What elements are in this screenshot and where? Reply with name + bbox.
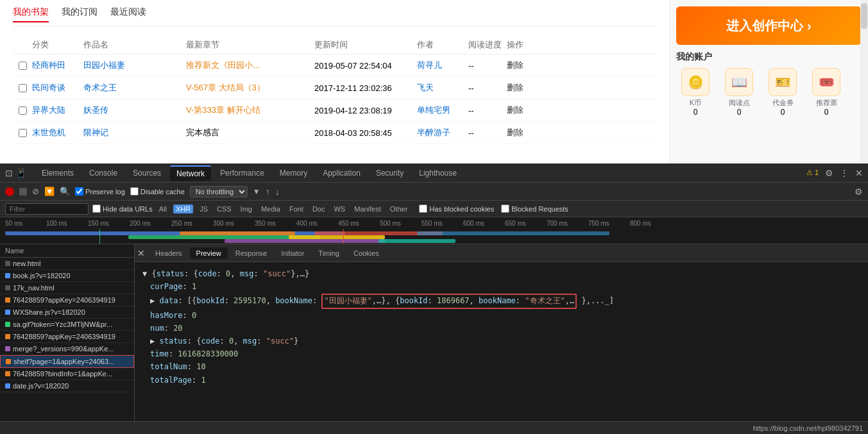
row-category-2[interactable]: 民间奇谈 — [32, 82, 83, 94]
row-category-4[interactable]: 末世危机 — [32, 127, 83, 138]
filter-type-font[interactable]: Font — [287, 204, 306, 213]
file-item-date-js[interactable]: date.js?v=182020 — [0, 380, 134, 392]
file-item-book-js[interactable]: book.js?v=182020 — [0, 270, 134, 282]
has-blocked-cookies-checkbox[interactable] — [419, 204, 427, 213]
devtools-icon-inspect[interactable]: ⊡ — [5, 168, 13, 178]
file-item-new-html[interactable]: new.html — [0, 258, 134, 270]
filter-type-img[interactable]: Img — [238, 204, 255, 213]
row-category-1[interactable]: 经商种田 — [32, 60, 83, 71]
file-item-17k-nav[interactable]: 17k_nav.html — [0, 282, 134, 294]
tab-console[interactable]: Console — [83, 166, 124, 180]
preview-tab-cookies[interactable]: Cookies — [347, 247, 386, 259]
upload-icon[interactable]: ↑ — [266, 187, 270, 197]
json-collapse-data[interactable]: ▶ — [150, 296, 155, 305]
network-settings-icon[interactable]: ⚙ — [855, 187, 863, 197]
tab-network[interactable]: Network — [170, 165, 211, 181]
tab-security[interactable]: Security — [370, 166, 410, 180]
blocked-requests-checkbox[interactable] — [501, 204, 509, 213]
filter-type-xhr[interactable]: XHR — [173, 204, 193, 213]
disable-cache-label[interactable]: Disable cache — [130, 187, 185, 196]
preview-tab-response[interactable]: Response — [229, 247, 274, 259]
hide-data-urls-checkbox[interactable] — [92, 204, 101, 213]
more-icon[interactable]: ⋮ — [840, 168, 849, 178]
tab-bookshelf[interactable]: 我的书架 — [13, 6, 49, 22]
filter-type-manifest[interactable]: Manifest — [352, 204, 384, 213]
account-icon-kcoin[interactable]: 🪙 K币 0 — [676, 68, 715, 117]
hide-data-urls-label[interactable]: Hide data URLs — [92, 204, 153, 213]
scroll-thumb[interactable] — [861, 3, 867, 29]
close-devtools-icon[interactable]: ✕ — [855, 168, 863, 178]
preview-tab-preview[interactable]: Preview — [190, 247, 228, 259]
filter-input[interactable] — [5, 203, 89, 215]
row-author-4[interactable]: 半醉游子 — [417, 127, 468, 138]
search-icon[interactable]: 🔍 — [60, 187, 70, 196]
tab-recent[interactable]: 最近阅读 — [110, 6, 146, 22]
settings-icon[interactable]: ⚙ — [825, 168, 833, 178]
row-latest-2[interactable]: V-567章 大结局（3） — [186, 82, 314, 94]
filter-type-doc[interactable]: Doc — [310, 204, 328, 213]
row-category-3[interactable]: 异界大陆 — [32, 104, 83, 116]
file-item-sa-gif[interactable]: sa.gif?token=Yzc3MTljNW&pr... — [0, 319, 134, 331]
row-title-2[interactable]: 奇术之王 — [83, 82, 186, 94]
json-collapse-status[interactable]: ▶ — [150, 337, 155, 346]
banner-create-center[interactable]: 进入创作中心 › — [676, 6, 862, 45]
account-icon-voucher[interactable]: 🎫 代金券 0 — [763, 68, 802, 117]
row-latest-3[interactable]: V-第333章 解开心结 — [186, 104, 314, 116]
devtools-icon-mobile[interactable]: 📱 — [15, 168, 26, 178]
file-item-shelf[interactable]: shelf?page=1&appKey=24063... — [0, 355, 134, 368]
row-checkbox-4[interactable] — [19, 129, 27, 137]
row-author-2[interactable]: 飞天 — [417, 82, 468, 94]
preserve-log-checkbox[interactable] — [75, 187, 83, 196]
tab-sources[interactable]: Sources — [126, 166, 167, 180]
json-collapse-1[interactable]: ▼ — [142, 269, 147, 278]
preview-close-icon[interactable]: ✕ — [137, 248, 145, 258]
preserve-log-label[interactable]: Preserve log — [75, 187, 125, 196]
row-title-3[interactable]: 妖圣传 — [83, 104, 186, 116]
filter-type-css[interactable]: CSS — [214, 204, 234, 213]
tab-elements[interactable]: Elements — [35, 166, 80, 180]
filter-type-ws[interactable]: WS — [331, 204, 348, 213]
scroll-bar[interactable] — [860, 0, 868, 163]
filter-type-media[interactable]: Media — [259, 204, 283, 213]
throttle-select[interactable]: No throttling — [190, 186, 248, 197]
tab-application[interactable]: Application — [316, 166, 367, 180]
filter-type-other[interactable]: Other — [387, 204, 411, 213]
row-delete-3[interactable]: 删除 — [507, 104, 539, 116]
filter-type-js[interactable]: JS — [197, 204, 210, 213]
record-button[interactable] — [5, 187, 14, 196]
preview-tab-initiator[interactable]: Initiator — [275, 247, 311, 259]
row-checkbox-2[interactable] — [19, 84, 27, 92]
row-delete-4[interactable]: 删除 — [507, 127, 539, 138]
tab-subscription[interactable]: 我的订阅 — [62, 6, 98, 22]
row-latest-1[interactable]: 推荐新文《田园小... — [186, 60, 314, 71]
file-item-merge[interactable]: merge?_versions=990&appKe... — [0, 343, 134, 355]
stop-button[interactable] — [19, 188, 27, 196]
row-delete-2[interactable]: 删除 — [507, 82, 539, 94]
tab-lighthouse[interactable]: Lighthouse — [413, 166, 463, 180]
preview-tab-timing[interactable]: Timing — [312, 247, 346, 259]
tab-memory[interactable]: Memory — [273, 166, 314, 180]
file-item-764-1[interactable]: 76428859?appKey=2406394919 — [0, 294, 134, 306]
blocked-requests-label[interactable]: Blocked Requests — [501, 204, 568, 213]
row-title-4[interactable]: 限神记 — [83, 127, 186, 138]
row-checkbox-1[interactable] — [19, 62, 27, 70]
preview-tab-headers[interactable]: Headers — [149, 247, 189, 259]
tab-performance[interactable]: Performance — [214, 166, 271, 180]
row-delete-1[interactable]: 删除 — [507, 60, 539, 71]
account-icon-read[interactable]: 📖 阅读点 0 — [720, 68, 758, 117]
file-item-764-2[interactable]: 76428859?appKey=2406394919 — [0, 331, 134, 343]
clear-icon[interactable]: ⊘ — [32, 187, 39, 196]
row-author-1[interactable]: 荷寻儿 — [417, 60, 468, 71]
filter-icon[interactable]: 🔽 — [44, 187, 55, 196]
has-blocked-cookies-label[interactable]: Has blocked cookies — [419, 204, 494, 213]
account-icon-ticket[interactable]: 🎟️ 推荐票 0 — [807, 68, 846, 117]
download-icon[interactable]: ↓ — [275, 187, 280, 197]
file-item-wxshare[interactable]: WXShare.js?v=182020 — [0, 306, 134, 319]
row-title-1[interactable]: 田园小福妻 — [83, 60, 186, 71]
throttle-dropdown-icon[interactable]: ▼ — [253, 187, 260, 196]
filter-type-all[interactable]: All — [157, 204, 169, 213]
disable-cache-checkbox[interactable] — [130, 187, 139, 196]
file-item-764-3[interactable]: 76428859?bindInfo=1&appKe... — [0, 368, 134, 380]
row-checkbox-3[interactable] — [19, 106, 27, 115]
row-author-3[interactable]: 单纯宅男 — [417, 104, 468, 116]
